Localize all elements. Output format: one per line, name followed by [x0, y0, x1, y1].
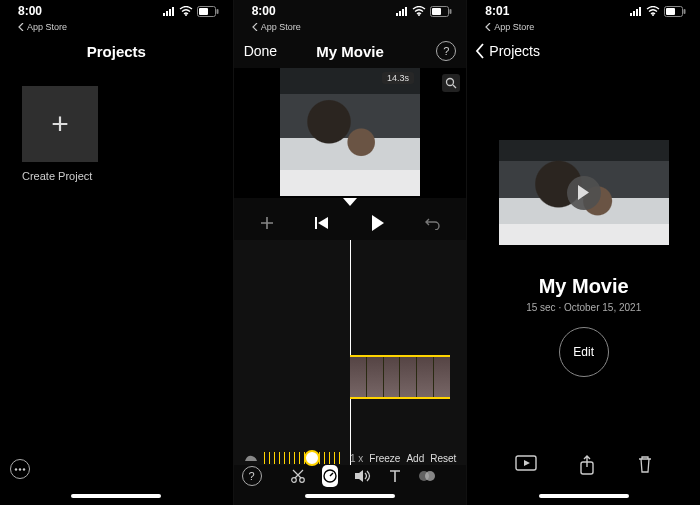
back-button[interactable]: Projects	[475, 43, 540, 59]
plus-icon: +	[51, 107, 69, 141]
svg-point-10	[23, 468, 25, 470]
text-tool[interactable]	[388, 469, 402, 483]
svg-rect-17	[432, 8, 441, 15]
play-button[interactable]	[358, 215, 398, 231]
header: Done My Movie ?	[234, 34, 467, 68]
play-icon	[577, 185, 590, 200]
playhead-marker	[234, 198, 467, 206]
caret-left-icon	[252, 23, 258, 31]
zoom-button[interactable]	[442, 74, 460, 92]
wifi-icon	[179, 6, 193, 16]
svg-point-15	[418, 14, 420, 16]
signal-icon	[163, 7, 175, 16]
svg-rect-22	[315, 217, 317, 229]
svg-marker-29	[355, 470, 363, 482]
svg-point-4	[185, 14, 187, 16]
speed-tool[interactable]	[322, 465, 338, 487]
svg-rect-2	[169, 9, 171, 16]
svg-point-36	[652, 14, 654, 16]
svg-rect-0	[163, 13, 165, 16]
preview-frame: 14.3s	[280, 68, 420, 196]
svg-marker-40	[578, 185, 589, 200]
svg-rect-1	[166, 11, 168, 16]
add-media-button[interactable]	[247, 215, 287, 231]
home-indicator[interactable]	[305, 494, 395, 498]
speedometer-icon	[322, 468, 338, 484]
share-button[interactable]	[579, 455, 595, 479]
delete-button[interactable]	[637, 455, 653, 479]
play-fullscreen-button[interactable]	[515, 455, 537, 479]
svg-line-20	[453, 85, 456, 88]
svg-line-28	[330, 473, 333, 476]
battery-icon	[430, 6, 452, 17]
battery-icon	[197, 6, 219, 17]
create-project-tile[interactable]: +	[22, 86, 98, 162]
svg-marker-23	[318, 217, 328, 229]
svg-marker-21	[343, 198, 357, 206]
home-indicator[interactable]	[539, 494, 629, 498]
svg-point-31	[425, 471, 435, 481]
status-right	[163, 6, 219, 17]
status-right	[396, 6, 452, 17]
svg-rect-33	[633, 11, 635, 16]
signal-icon	[396, 7, 408, 16]
screen-projects: 8:00 App Store Projects + Create Project	[0, 0, 233, 505]
svg-rect-3	[172, 7, 174, 16]
filters-tool[interactable]	[418, 469, 436, 483]
chevron-left-icon	[475, 43, 485, 59]
timeline-clip[interactable]	[350, 355, 450, 399]
movie-title: My Movie	[316, 43, 384, 60]
ellipsis-icon	[14, 468, 26, 471]
volume-tool[interactable]	[354, 469, 372, 483]
svg-rect-6	[199, 8, 208, 15]
signal-icon	[630, 7, 642, 16]
cut-tool[interactable]	[290, 468, 306, 484]
status-time: 8:00	[252, 4, 276, 18]
caret-left-icon	[18, 23, 24, 31]
edit-button[interactable]: Edit	[559, 327, 609, 377]
svg-marker-24	[372, 215, 384, 231]
playhead-line	[350, 240, 351, 465]
home-indicator[interactable]	[71, 494, 161, 498]
back-to-app[interactable]: App Store	[0, 22, 233, 34]
svg-rect-18	[450, 9, 452, 14]
more-menu-button[interactable]	[10, 459, 30, 479]
wifi-icon	[412, 6, 426, 16]
back-to-app[interactable]: App Store	[467, 22, 700, 34]
svg-rect-34	[636, 9, 638, 16]
text-icon	[388, 469, 402, 483]
timeline[interactable]	[234, 240, 467, 465]
undo-button[interactable]	[413, 216, 453, 230]
status-bar: 8:01	[467, 0, 700, 22]
overlap-circles-icon	[418, 469, 436, 483]
screen-editor: 8:00 App Store Done My Movie ? 14.3s	[233, 0, 467, 505]
movie-thumbnail[interactable]	[499, 140, 669, 245]
svg-rect-38	[666, 8, 675, 15]
play-overlay[interactable]	[567, 176, 601, 210]
share-icon	[579, 455, 595, 475]
screen-detail: 8:01 App Store Projects My Movie 15 sec …	[466, 0, 700, 505]
svg-rect-11	[396, 13, 398, 16]
preview-area[interactable]: 14.3s	[234, 68, 467, 198]
back-to-app[interactable]: App Store	[234, 22, 467, 34]
help-button[interactable]: ?	[436, 41, 456, 61]
svg-point-25	[292, 478, 297, 483]
svg-marker-42	[524, 460, 530, 466]
svg-point-19	[447, 79, 454, 86]
done-button[interactable]: Done	[244, 43, 277, 59]
back-label: Projects	[489, 43, 540, 59]
scissors-icon	[290, 468, 306, 484]
skip-start-button[interactable]	[302, 216, 342, 230]
movie-title: My Movie	[467, 275, 700, 298]
clip-duration-badge: 14.3s	[382, 72, 414, 84]
help-button-bottom[interactable]: ?	[242, 466, 262, 486]
status-bar: 8:00	[234, 0, 467, 22]
svg-point-8	[15, 468, 17, 470]
play-rect-icon	[515, 455, 537, 471]
play-icon	[371, 215, 385, 231]
movie-meta: 15 sec · October 15, 2021	[467, 302, 700, 313]
svg-rect-32	[630, 13, 632, 16]
back-app-label: App Store	[494, 22, 534, 32]
editor-toolbar: ?	[234, 461, 467, 491]
svg-rect-7	[216, 9, 218, 14]
